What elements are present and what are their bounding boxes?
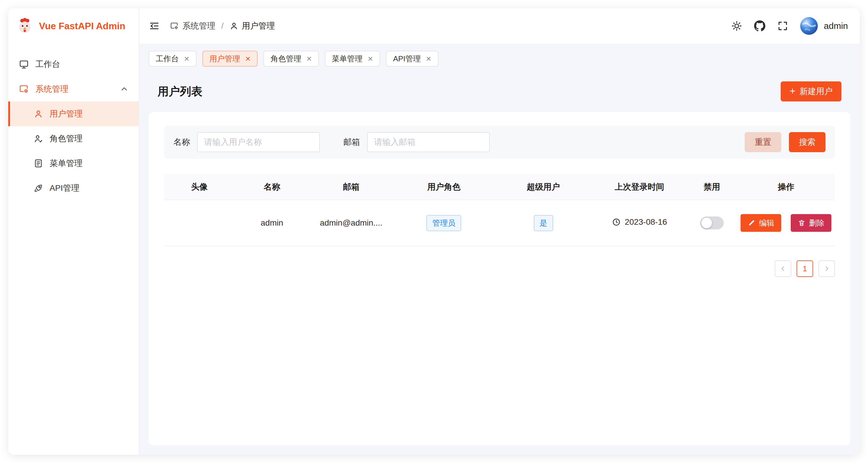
role-tag: 管理员 xyxy=(426,215,461,231)
new-user-button-label: 新建用户 xyxy=(800,86,833,97)
sidebar-item-system-management[interactable]: 系统管理 xyxy=(8,77,139,101)
topbar-actions: admin xyxy=(731,17,848,35)
pagination-next-button[interactable] xyxy=(818,260,835,277)
globe-avatar-image xyxy=(800,17,818,35)
search-button[interactable]: 搜索 xyxy=(789,132,826,152)
tab-close-icon[interactable]: × xyxy=(245,54,251,63)
main-area: 系统管理 / 用户管理 xyxy=(139,8,860,455)
cell-actions: 编辑 删除 xyxy=(737,200,835,246)
user-list-card: 名称 邮箱 重置 搜索 xyxy=(149,112,850,445)
breadcrumb: 系统管理 / 用户管理 xyxy=(170,20,275,32)
column-header-actions: 操作 xyxy=(737,174,835,200)
chevron-left-icon xyxy=(779,265,786,272)
tab-label: API管理 xyxy=(393,54,421,64)
app-window: Vue FastAPI Admin 工作台 系统管理 xyxy=(8,8,860,455)
cell-name: admin xyxy=(235,200,309,246)
plus-icon: + xyxy=(789,85,796,97)
sidebar-item-label: 菜单管理 xyxy=(50,158,83,169)
clock-icon xyxy=(612,218,621,227)
cell-last-login: 2023-08-16 xyxy=(592,200,687,246)
reset-button[interactable]: 重置 xyxy=(745,132,781,152)
tab-close-icon[interactable]: × xyxy=(368,54,373,63)
superuser-tag: 是 xyxy=(534,215,553,231)
tab-close-icon[interactable]: × xyxy=(307,54,312,63)
breadcrumb-item-users[interactable]: 用户管理 xyxy=(229,20,275,32)
tab-close-icon[interactable]: × xyxy=(426,54,431,63)
column-header-role: 用户角色 xyxy=(393,174,494,200)
tab-api-management[interactable]: API管理 × xyxy=(386,51,438,67)
user-icon xyxy=(229,22,238,30)
fullscreen-icon xyxy=(777,20,788,32)
pencil-icon xyxy=(748,219,755,227)
page-title: 用户列表 xyxy=(158,84,203,99)
tab-close-icon[interactable]: × xyxy=(184,54,189,63)
column-header-disabled: 禁用 xyxy=(687,174,737,200)
toggle-knob xyxy=(701,218,712,228)
tab-user-management[interactable]: 用户管理 × xyxy=(203,51,258,67)
sidebar-item-label: API管理 xyxy=(50,183,80,194)
window-gear-icon xyxy=(170,22,179,30)
tab-workbench[interactable]: 工作台 × xyxy=(149,51,196,67)
tab-label: 角色管理 xyxy=(271,54,301,64)
screen: Vue FastAPI Admin 工作台 系统管理 xyxy=(0,0,868,463)
name-input[interactable] xyxy=(197,132,320,152)
delete-button[interactable]: 删除 xyxy=(791,214,831,232)
rooster-logo-icon xyxy=(16,17,34,35)
trash-icon xyxy=(798,219,805,227)
cell-disabled xyxy=(687,200,737,246)
fullscreen-button[interactable] xyxy=(777,20,788,32)
column-header-avatar: 头像 xyxy=(164,174,235,200)
list-document-icon xyxy=(34,159,43,168)
breadcrumb-item-system[interactable]: 系统管理 xyxy=(170,20,215,32)
sidebar-collapse-button[interactable] xyxy=(149,20,160,32)
brand-logo[interactable]: Vue FastAPI Admin xyxy=(8,8,139,44)
search-actions: 重置 搜索 xyxy=(745,132,826,152)
user-table: 头像 名称 邮箱 用户角色 超级用户 上次登录时间 禁用 操作 xyxy=(164,174,835,246)
pagination-page-1[interactable]: 1 xyxy=(797,260,813,277)
theme-toggle-button[interactable] xyxy=(731,20,742,32)
topbar: 系统管理 / 用户管理 xyxy=(139,8,860,44)
sidebar-item-menu-management[interactable]: 菜单管理 xyxy=(8,151,139,176)
breadcrumb-separator: / xyxy=(221,21,224,31)
email-field-label: 邮箱 xyxy=(343,136,360,148)
page-header: 用户列表 + 新建用户 xyxy=(149,72,850,112)
delete-button-label: 删除 xyxy=(809,218,824,228)
column-header-email: 邮箱 xyxy=(309,174,393,200)
tab-role-management[interactable]: 角色管理 × xyxy=(264,51,319,67)
chevron-right-icon xyxy=(823,265,830,272)
brand-title: Vue FastAPI Admin xyxy=(39,21,125,32)
sidebar-item-workbench[interactable]: 工作台 xyxy=(8,52,139,77)
user-check-icon xyxy=(34,134,43,143)
tab-bar: 工作台 × 用户管理 × 角色管理 × 菜单管理 × API管理 × xyxy=(139,44,860,72)
name-field-label: 名称 xyxy=(174,136,190,148)
table-header-row: 头像 名称 邮箱 用户角色 超级用户 上次登录时间 禁用 操作 xyxy=(164,174,835,200)
sidebar-item-label: 工作台 xyxy=(35,59,60,70)
tab-menu-management[interactable]: 菜单管理 × xyxy=(325,51,380,67)
last-login-value: 2023-08-16 xyxy=(625,217,667,227)
column-header-last-login: 上次登录时间 xyxy=(592,174,687,200)
page-content: 用户列表 + 新建用户 名称 邮箱 重置 搜索 xyxy=(139,72,860,455)
sun-icon xyxy=(731,20,742,32)
new-user-button[interactable]: + 新建用户 xyxy=(781,81,841,101)
cell-role: 管理员 xyxy=(393,200,494,246)
table-row: admin admin@admin.... 管理员 是 xyxy=(164,200,835,246)
user-avatar[interactable] xyxy=(800,17,818,35)
pagination-prev-button[interactable] xyxy=(775,260,791,277)
tab-label: 菜单管理 xyxy=(332,54,363,64)
tab-label: 工作台 xyxy=(156,54,179,64)
sidebar-item-user-management[interactable]: 用户管理 xyxy=(8,101,139,126)
column-header-superuser: 超级用户 xyxy=(494,174,592,200)
pagination: 1 xyxy=(164,260,835,277)
email-input[interactable] xyxy=(367,132,490,152)
window-gear-icon xyxy=(19,84,29,94)
tab-label: 用户管理 xyxy=(210,54,240,64)
breadcrumb-label: 用户管理 xyxy=(242,20,275,32)
edit-button[interactable]: 编辑 xyxy=(741,214,781,232)
sidebar-item-role-management[interactable]: 角色管理 xyxy=(8,126,139,151)
edit-button-label: 编辑 xyxy=(759,218,774,228)
sidebar-menu: 工作台 系统管理 用户 xyxy=(8,44,139,201)
github-link-button[interactable] xyxy=(754,20,765,32)
username-label[interactable]: admin xyxy=(824,21,848,31)
sidebar-item-api-management[interactable]: API管理 xyxy=(8,176,139,201)
disabled-toggle[interactable] xyxy=(700,217,724,229)
